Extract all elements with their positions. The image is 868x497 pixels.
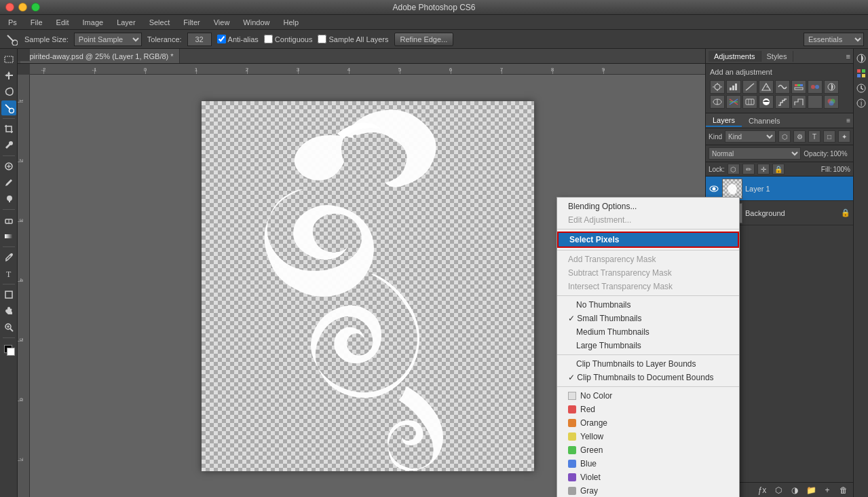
ctx-select-pixels[interactable]: Select Pixels bbox=[557, 232, 739, 248]
tool-gradient[interactable] bbox=[1, 229, 16, 244]
sample-all-layers-check[interactable]: Sample All Layers bbox=[318, 35, 388, 43]
maximize-button[interactable] bbox=[31, 3, 40, 12]
adj-threshold[interactable] bbox=[791, 95, 806, 109]
adj-levels[interactable] bbox=[726, 80, 741, 94]
tool-shape[interactable] bbox=[1, 287, 16, 302]
tool-marquee[interactable] bbox=[1, 52, 16, 67]
tool-move[interactable] bbox=[1, 68, 16, 83]
ctx-medium-thumbnails[interactable]: Medium Thumbnails bbox=[557, 325, 739, 339]
new-layer-button[interactable]: + bbox=[820, 484, 834, 496]
adj-vibrance[interactable] bbox=[775, 80, 790, 94]
adj-channel-mixer[interactable] bbox=[726, 95, 741, 109]
essentials-select[interactable]: Essentials Design Photography bbox=[804, 33, 864, 46]
tool-clone[interactable] bbox=[1, 191, 16, 206]
layer-visibility-layer1[interactable] bbox=[709, 183, 719, 194]
delete-layer-button[interactable]: 🗑 bbox=[837, 484, 850, 496]
menu-select[interactable]: Select bbox=[147, 17, 173, 28]
menu-image[interactable]: Image bbox=[80, 17, 107, 28]
tool-heal[interactable] bbox=[1, 159, 16, 174]
filter-adjust[interactable]: ⚙ bbox=[793, 130, 806, 143]
opacity-value[interactable]: 100% bbox=[830, 150, 850, 158]
menu-view[interactable]: View bbox=[211, 17, 233, 28]
ctx-no-color[interactable]: No Color bbox=[557, 389, 739, 403]
adj-posterize[interactable] bbox=[775, 95, 790, 109]
tool-lasso[interactable] bbox=[1, 84, 16, 99]
filter-type[interactable]: T bbox=[808, 130, 820, 143]
tool-eraser[interactable] bbox=[1, 213, 16, 227]
tool-brush[interactable] bbox=[1, 175, 16, 190]
new-group-button[interactable]: 📁 bbox=[804, 484, 818, 496]
lock-image[interactable]: ✏ bbox=[742, 164, 755, 174]
filter-pixel[interactable]: ⬡ bbox=[778, 130, 791, 143]
menu-filter[interactable]: Filter bbox=[181, 17, 202, 28]
adj-black-white[interactable] bbox=[824, 80, 839, 94]
new-adjustment-button[interactable]: ◑ bbox=[788, 484, 801, 496]
tool-magic-wand[interactable] bbox=[1, 100, 16, 115]
ctx-violet[interactable]: Violet bbox=[557, 471, 739, 484]
menu-edit[interactable]: Edit bbox=[54, 17, 72, 28]
lock-position[interactable]: ✛ bbox=[757, 164, 770, 174]
adj-hue-saturation[interactable] bbox=[791, 80, 806, 94]
ctx-gray[interactable]: Gray bbox=[557, 484, 739, 497]
tab-adjustments[interactable]: Adjustments bbox=[709, 51, 761, 62]
menu-window[interactable]: Window bbox=[240, 17, 272, 28]
adj-invert[interactable] bbox=[759, 95, 774, 109]
tool-eyedropper[interactable] bbox=[1, 138, 16, 153]
contiguous-check[interactable]: Contiguous bbox=[264, 35, 313, 43]
ctx-yellow[interactable]: Yellow bbox=[557, 430, 739, 443]
ctx-blue[interactable]: Blue bbox=[557, 457, 739, 471]
panel-options-icon[interactable]: ≡ bbox=[846, 52, 850, 60]
anti-alias-check[interactable]: Anti-alias bbox=[217, 35, 259, 43]
info-panel-icon[interactable]: i bbox=[854, 96, 868, 110]
tool-icon[interactable] bbox=[4, 32, 19, 47]
tab-layers[interactable]: Layers bbox=[706, 115, 742, 127]
adj-color-balance[interactable] bbox=[808, 80, 823, 94]
layers-panel-menu[interactable]: ≡ bbox=[846, 117, 853, 124]
menu-file[interactable]: File bbox=[28, 17, 45, 28]
color-swatches[interactable] bbox=[1, 342, 16, 357]
ctx-blending-options[interactable]: Blending Options... bbox=[557, 200, 739, 213]
menu-help[interactable]: Help bbox=[280, 17, 301, 28]
adj-selective-color[interactable] bbox=[824, 95, 839, 109]
tab-channels[interactable]: Channels bbox=[742, 115, 787, 126]
ctx-small-thumbnails[interactable]: Small Thumbnails bbox=[557, 312, 739, 325]
blend-mode-select[interactable]: Normal bbox=[709, 147, 801, 160]
adj-photo-filter[interactable] bbox=[710, 95, 725, 109]
adj-curves[interactable] bbox=[742, 80, 757, 94]
ctx-large-thumbnails[interactable]: Large Thumbnails bbox=[557, 339, 739, 352]
minimize-button[interactable] bbox=[18, 3, 27, 12]
adj-exposure[interactable] bbox=[759, 80, 774, 94]
color-panel-icon[interactable] bbox=[854, 52, 868, 65]
swatches-panel-icon[interactable] bbox=[854, 67, 868, 80]
adj-gradient-map[interactable] bbox=[808, 95, 823, 109]
lock-all[interactable]: 🔒 bbox=[772, 164, 785, 174]
canvas-tab[interactable]: spirited-away.psd @ 25% (Layer 1, RGB/8)… bbox=[20, 49, 180, 63]
tool-pen[interactable] bbox=[1, 250, 16, 265]
tool-zoom[interactable] bbox=[1, 320, 16, 335]
close-button[interactable] bbox=[5, 3, 14, 12]
ctx-clip-document-bounds[interactable]: Clip Thumbnails to Document Bounds bbox=[557, 371, 739, 384]
menu-layer[interactable]: Layer bbox=[114, 17, 138, 28]
menu-ps[interactable]: Ps bbox=[5, 17, 20, 28]
ctx-no-thumbnails[interactable]: No Thumbnails bbox=[557, 298, 739, 312]
ctx-orange[interactable]: Orange bbox=[557, 416, 739, 430]
lock-transparent[interactable]: ⬡ bbox=[728, 164, 740, 174]
add-style-button[interactable]: ƒx bbox=[755, 484, 769, 496]
add-mask-button[interactable]: ⬡ bbox=[772, 484, 785, 496]
fill-value[interactable]: 100% bbox=[833, 166, 850, 173]
background-color[interactable] bbox=[7, 348, 15, 356]
tool-crop[interactable] bbox=[1, 122, 16, 136]
tab-styles[interactable]: Styles bbox=[761, 51, 793, 62]
layers-kind-select[interactable]: Kind bbox=[725, 130, 776, 143]
ctx-clip-layer-bounds[interactable]: Clip Thumbnails to Layer Bounds bbox=[557, 357, 739, 371]
tool-text[interactable]: T bbox=[1, 266, 16, 281]
history-panel-icon[interactable] bbox=[854, 81, 868, 95]
tolerance-input[interactable]: 32 bbox=[187, 33, 212, 46]
ctx-green[interactable]: Green bbox=[557, 443, 739, 457]
sample-size-select[interactable]: Point Sample 3 by 3 Average 5 by 5 Avera… bbox=[74, 33, 142, 46]
adj-color-lookup[interactable] bbox=[742, 95, 757, 109]
adj-brightness-contrast[interactable] bbox=[710, 80, 725, 94]
ctx-red[interactable]: Red bbox=[557, 403, 739, 416]
tool-hand[interactable] bbox=[1, 303, 16, 318]
filter-shape[interactable]: □ bbox=[823, 130, 835, 143]
